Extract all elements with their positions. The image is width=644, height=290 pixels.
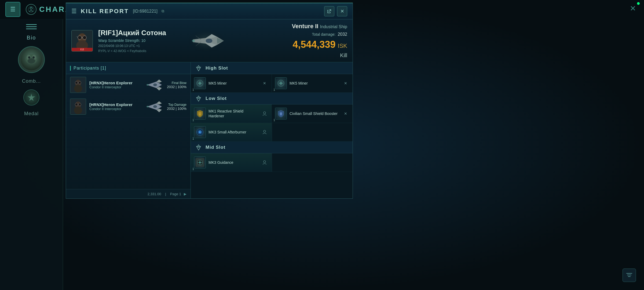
fitting-close-4[interactable]: ✕ <box>342 110 349 117</box>
fitting-name-mk5-miner-1: MK5 Miner <box>208 81 258 86</box>
fitting-qty-6: 1 <box>192 167 194 171</box>
fitting-item-mk5-miner-1[interactable]: 1 MK5 Miner ✕ <box>191 74 272 92</box>
fitting-item-mk3-afterburner[interactable]: 1 MK3 Small Afterburner <box>191 123 272 141</box>
fitting-item-mk5-miner-2[interactable]: 1 MK5 Miner ✕ <box>272 74 353 92</box>
total-damage-label: Total damage: <box>312 32 335 37</box>
sidebar-menu-button[interactable] <box>26 24 37 29</box>
svg-point-31 <box>75 103 78 106</box>
modal-id: [ID:6981221] <box>133 9 158 14</box>
participant-ship-img-2 <box>145 100 164 113</box>
fitting-person-3[interactable] <box>261 159 268 166</box>
modal-menu-icon[interactable]: ☰ <box>71 8 77 15</box>
fitting-icon-mk5-miner-2 <box>275 77 287 89</box>
fitting-icon-mk3-guidance <box>194 157 206 168</box>
next-page-icon[interactable]: ▶ <box>184 192 186 196</box>
fitting-close-1[interactable]: ✕ <box>261 79 268 87</box>
participant-row[interactable]: [HRNX]Heron Explorer Condor II Intercept… <box>66 74 191 96</box>
fitting-person-2[interactable] <box>261 128 268 136</box>
fitting-icon-mk1-shield: 1 <box>194 108 206 119</box>
fitting-qty-1: 1 <box>192 88 194 91</box>
svg-point-7 <box>28 56 30 59</box>
sidebar-combat-button[interactable]: Comb... <box>22 78 41 84</box>
sidebar-medal-label: Medal <box>24 111 39 117</box>
sidebar-bio-button[interactable]: Bio <box>27 35 36 41</box>
fitting-icon-mk5-miner-1 <box>194 77 206 89</box>
fitting-qty-3: 1 <box>192 118 194 122</box>
svg-text:1: 1 <box>199 113 201 115</box>
svg-point-18 <box>206 39 212 43</box>
svg-rect-41 <box>197 97 200 99</box>
page-label: Page 1 <box>170 192 181 196</box>
participant-stats-2: Top Damage 2032 | 100% <box>167 103 186 111</box>
participants-header: Participants [1] <box>66 62 191 74</box>
high-slot-items: 1 MK5 Miner ✕ 1 <box>191 74 353 93</box>
fitting-name-mk1-shield: MK1 Reactive Shield Hardener <box>208 109 258 118</box>
participant-row-2[interactable]: [HRNX]Heron Explorer Condor II Intercept… <box>66 96 191 118</box>
participant-ship-2: Condor II Interceptor <box>89 107 142 111</box>
low-slot-title: Low Slot <box>206 96 227 101</box>
ship-name: Venture II <box>292 23 318 30</box>
svg-point-35 <box>147 106 149 107</box>
mid-slot-icon <box>195 144 202 151</box>
svg-point-34 <box>153 105 157 108</box>
high-slot-header: High Slot <box>191 62 353 74</box>
modal-title: KILL REPORT <box>81 8 129 15</box>
kill-info-row: Kill [RIF1]Ацкий Сотона Warp Scramble St… <box>66 19 353 62</box>
participants-panel: Participants [1] [HRNX]Heron Explorer <box>66 62 191 198</box>
menu-button[interactable]: ☰ <box>5 2 20 17</box>
svg-point-8 <box>32 56 35 59</box>
victim-warp: Warp Scramble Strength: 10 <box>98 38 166 43</box>
ship-class: Venture II Industrial Ship <box>292 23 347 30</box>
filter-button[interactable] <box>623 269 636 282</box>
victim-name: [RIF1]Ацкий Сотона <box>98 29 166 37</box>
victim-location: RYPL-V < 42-WOG < Feythabolis <box>98 49 166 53</box>
fittings-panel: High Slot 1 MK5 Miner ✕ <box>191 62 353 198</box>
external-link-button[interactable] <box>324 6 334 16</box>
fitting-name-mk3-guidance: MK3 Guidance <box>208 160 258 165</box>
kill-report-modal: ☰ KILL REPORT [ID:6981221] ⧉ ✕ <box>66 3 353 199</box>
svg-point-40 <box>280 82 282 84</box>
svg-point-19 <box>192 40 195 42</box>
participant-info-2: [HRNX]Heron Explorer Condor II Intercept… <box>89 102 142 111</box>
menu-icon: ☰ <box>10 6 16 13</box>
participant-ship-1: Condor II Interceptor <box>89 85 142 89</box>
participant-damage-1: 2032 | 100% <box>167 85 186 89</box>
fitting-qty-2: 1 <box>273 88 275 91</box>
top-close-button[interactable]: ✕ <box>630 4 636 13</box>
svg-point-27 <box>147 84 149 86</box>
fitting-item-mk1-shield[interactable]: 1 1 MK1 Reactive Shield Hardener <box>191 104 272 123</box>
kill-stats: Venture II Industrial Ship Total damage:… <box>292 23 347 59</box>
svg-point-24 <box>78 81 81 84</box>
char-logo-icon <box>26 4 36 15</box>
online-dot <box>637 2 640 5</box>
svg-point-47 <box>199 131 201 133</box>
mid-slot-title: Mid Slot <box>206 145 225 150</box>
fitting-name-mk3-afterburner: MK3 Small Afterburner <box>208 130 258 135</box>
left-sidebar: Bio Comb... Medal <box>0 19 63 290</box>
kill-result: Kill <box>292 52 347 59</box>
fitting-item-mk3-guidance[interactable]: 1 MK3 Guidance <box>191 153 272 172</box>
svg-point-14 <box>83 36 86 39</box>
fitting-qty-4: 1 <box>273 118 275 122</box>
participant-damage-2: 2032 | 100% <box>167 107 186 111</box>
svg-point-26 <box>153 84 157 86</box>
fitting-person-1[interactable] <box>261 110 268 117</box>
svg-point-44 <box>280 113 282 115</box>
fitting-item-civilian-shield[interactable]: 1 Civilian Small Shield Booster ✕ <box>272 104 353 123</box>
fitting-close-2[interactable]: ✕ <box>342 79 349 87</box>
mid-slot-items: 1 MK3 Guidance <box>191 153 353 172</box>
close-modal-button[interactable]: ✕ <box>337 6 347 16</box>
sidebar-star-icon <box>23 89 39 106</box>
svg-point-54 <box>264 161 266 163</box>
svg-point-32 <box>78 103 81 106</box>
svg-point-49 <box>264 130 266 132</box>
participants-tab[interactable]: Participants [1] <box>70 66 106 71</box>
copy-icon[interactable]: ⧉ <box>162 9 164 13</box>
modal-header: ☰ KILL REPORT [ID:6981221] ⧉ ✕ <box>66 3 353 19</box>
fitting-name-civilian-shield: Civilian Small Shield Booster <box>290 111 339 116</box>
svg-point-13 <box>78 36 82 39</box>
total-damage-value: 2032 <box>338 32 347 37</box>
victim-kill-tag: Kill <box>72 48 93 51</box>
close-modal-icon: ✕ <box>340 8 344 14</box>
svg-point-30 <box>74 107 82 114</box>
